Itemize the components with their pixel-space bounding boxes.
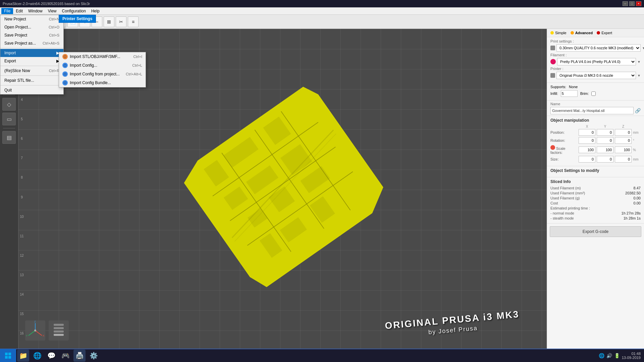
print-quality-select[interactable]: 0.30mm QUALITY 0.6 nozzle MK3 (modified) (556, 44, 641, 52)
simple-dot (550, 31, 554, 35)
taskbar-network-icon[interactable]: 🌐 (599, 353, 604, 358)
svg-rect-15 (259, 233, 282, 258)
menu-repair-stl[interactable]: Repair STL file... (0, 76, 63, 84)
menu-import[interactable]: Import ▶ (0, 49, 63, 57)
scale-row: Scale factors: % (550, 145, 641, 155)
size-z[interactable] (615, 156, 632, 163)
settings-button[interactable]: ≡ (128, 16, 139, 27)
taskbar-game1[interactable]: 🎮 (59, 350, 71, 362)
position-x[interactable] (579, 129, 595, 136)
rotation-z[interactable] (615, 137, 632, 144)
support-tool[interactable]: ▤ (2, 131, 16, 144)
menu-window[interactable]: Window (25, 8, 45, 14)
taskbar-prusaslicer[interactable]: 🖨️ (73, 350, 86, 362)
object-name-input[interactable] (550, 107, 634, 114)
import-config-project-item[interactable]: ⬡ Import Config from project... Ctrl+Alt… (59, 70, 146, 78)
x-header: X (579, 125, 595, 128)
size-x[interactable] (579, 156, 595, 163)
menu-open-project[interactable]: Open Project... Ctrl+O (0, 23, 63, 31)
size-y[interactable] (597, 156, 613, 163)
position-y[interactable] (597, 129, 613, 136)
scale-y[interactable] (597, 146, 613, 153)
menu-export[interactable]: Export ▶ (0, 57, 63, 65)
filament-select[interactable]: Pretty PLA V4.0.ini (Pretty PLA V4.0) (557, 58, 636, 65)
minimize-button[interactable]: ─ (623, 1, 628, 6)
cost-value: 0.00 (634, 201, 641, 205)
taskbar-right: 🌐 🔊 🔋 01:48 13-09-2019 (599, 352, 644, 360)
svg-rect-6 (204, 160, 229, 186)
menu-save-project-as[interactable]: Save Project as... Ctrl+Alt+S (0, 39, 63, 47)
rotation-x[interactable] (579, 137, 595, 144)
export-label: Export (4, 59, 16, 63)
menu-quit[interactable]: Quit (0, 86, 63, 94)
repair-stl-label: Repair STL file... (4, 78, 34, 83)
import-stl-icon: ⬡ (62, 54, 68, 59)
taskbar-date: 13-09-2019 (622, 356, 641, 360)
import-stl-shortcut: Ctrl+I (133, 55, 142, 59)
filament-m-value: 8.47 (634, 186, 641, 190)
cost-label: Cost (550, 201, 558, 205)
axes-widget: X Y Z (25, 320, 45, 341)
mode-simple[interactable]: Simple (550, 31, 567, 35)
maximize-button[interactable]: □ (629, 1, 635, 6)
menu-configuration[interactable]: Configuration (59, 8, 89, 14)
filament-color-icon[interactable] (550, 59, 556, 64)
taskbar-file-explorer[interactable]: 📁 (17, 350, 29, 362)
cut-tool[interactable]: ◇ (2, 98, 16, 111)
layer-tool[interactable]: ▭ (2, 113, 16, 125)
svg-rect-7 (223, 137, 258, 168)
import-stl-item[interactable]: ⬡ Import STL/OBJ/AMF/3MF... Ctrl+I (59, 52, 146, 61)
scale-label: Scale factors: (550, 145, 577, 155)
rotation-row: Rotation: ° (550, 137, 641, 144)
cut-button[interactable]: ✂ (116, 16, 126, 27)
object-settings-section: Object Settings to modify (547, 166, 644, 177)
import-config-bundle-item[interactable]: ⬡ Import Config Bundle... (59, 78, 146, 87)
print-quality-arrow: ▼ (642, 46, 644, 50)
menu-file[interactable]: File (1, 8, 13, 14)
mode-expert[interactable]: Expert (597, 31, 612, 35)
import-config-item[interactable]: ⬡ Import Config... Ctrl+L (59, 61, 146, 70)
quit-label: Quit (4, 88, 12, 93)
brim-checkbox[interactable] (591, 92, 596, 96)
object-settings-title: Object Settings to modify (550, 168, 641, 173)
expert-label: Expert (601, 31, 612, 35)
svg-rect-30 (54, 327, 64, 329)
printer-select[interactable]: Original Prusa i3 MK3 0.6 nozzle (556, 72, 636, 79)
mode-advanced[interactable]: Advanced (571, 31, 593, 35)
printer-arrow: ▼ (637, 74, 641, 77)
position-z[interactable] (615, 129, 632, 136)
stealth-mode-row: - stealth mode 1h 28m 1s (550, 216, 641, 220)
menu-sep-1 (0, 48, 63, 48)
taskbar-volume-icon[interactable]: 🔊 (606, 353, 612, 358)
simple-label: Simple (555, 31, 567, 35)
scale-z[interactable] (615, 146, 632, 153)
filament-mm2-label: Used Filament (mm²) (550, 191, 585, 195)
estimated-time-header: Estimated printing time : (550, 206, 641, 210)
taskbar-battery-icon[interactable]: 🔋 (614, 353, 620, 358)
taskbar-datetime: 01:48 13-09-2019 (622, 352, 641, 360)
close-button[interactable]: ✕ (636, 1, 641, 6)
sidebar-sep-2 (3, 95, 15, 95)
rotation-unit: ° (633, 139, 640, 142)
rotation-y[interactable] (597, 137, 613, 144)
menu-reslice[interactable]: (Re)Slice Now Ctrl+R (0, 67, 63, 75)
menu-view[interactable]: View (45, 8, 59, 14)
taskbar: 📁 🌐 💬 🎮 🖨️ ⚙️ 🌐 🔊 🔋 01:48 13-09-2019 (0, 349, 644, 362)
split-button[interactable]: ⊠ (104, 16, 114, 27)
name-link-icon[interactable]: 🔗 (635, 108, 641, 113)
menu-help[interactable]: Help (89, 8, 102, 14)
scale-x[interactable] (579, 146, 595, 153)
menu-new-project[interactable]: New Project Ctrl+N (0, 15, 63, 23)
infill-input[interactable] (561, 90, 578, 97)
export-gcode-button[interactable]: Export G-code (550, 226, 641, 237)
object-name-section: Name 🔗 (547, 101, 644, 116)
taskbar-settings[interactable]: ⚙️ (88, 350, 100, 362)
app-title: PrusaSlicer-2.0+win64-20190520165 based … (3, 2, 90, 6)
normal-mode-row: - normal mode 1h 27m 28s (550, 211, 641, 215)
start-button[interactable] (0, 349, 16, 362)
taskbar-chrome[interactable]: 🌐 (31, 350, 43, 362)
taskbar-chat[interactable]: 💬 (45, 350, 57, 362)
menu-save-project[interactable]: Save Project Ctrl+S (0, 31, 63, 39)
menu-edit[interactable]: Edit (13, 8, 25, 14)
size-row: Size: mm (550, 156, 641, 163)
